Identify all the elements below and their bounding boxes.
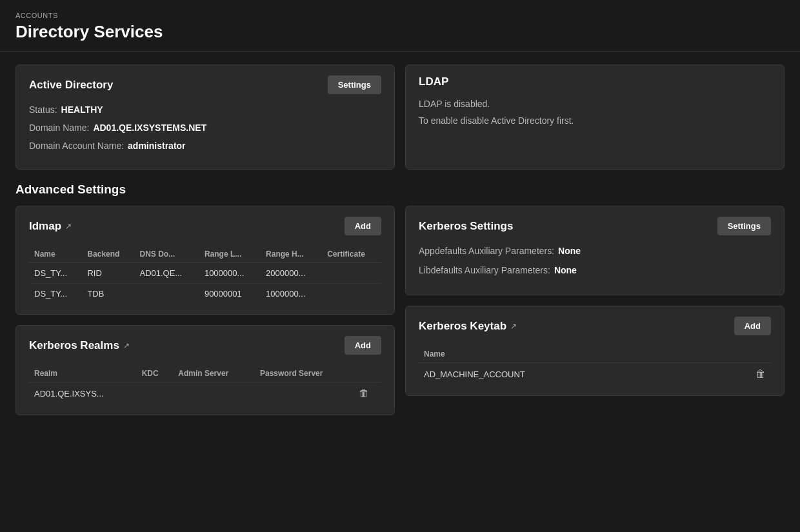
active-directory-title: Active Directory (29, 79, 113, 92)
delete-keytab-icon[interactable]: 🗑 (755, 368, 766, 379)
idmap-card: Idmap ↗ Add Name Backend DNS Do... Range… (15, 206, 395, 315)
bottom-grid: Idmap ↗ Add Name Backend DNS Do... Range… (15, 206, 785, 415)
kerberos-realms-external-link-icon[interactable]: ↗ (123, 341, 130, 350)
idmap-table-header-row: Name Backend DNS Do... Range L... Range … (29, 246, 381, 263)
idmap-col-cert: Certificate (322, 246, 381, 263)
idmap-title-group: Idmap ↗ (29, 220, 72, 233)
status-row: Status: HEALTHY (29, 104, 381, 115)
col-kdc: KDC (137, 365, 174, 382)
kerberos-realms-header: Kerberos Realms ↗ Add (29, 336, 381, 355)
kerberos-settings-header: Kerberos Settings Settings (419, 217, 771, 235)
main-content: Active Directory Settings Status: HEALTH… (0, 52, 800, 428)
appdefaults-label: Appdefaults Auxiliary Parameters: (419, 246, 554, 256)
table-row: AD01.QE.IXSYS... 🗑 (29, 382, 381, 405)
idmap-header: Idmap ↗ Add (29, 217, 381, 235)
ldap-title: LDAP (419, 75, 448, 88)
col-realm: Realm (29, 365, 137, 382)
libdefaults-label: Libdefaults Auxiliary Parameters: (419, 265, 550, 275)
idmap-range-high-cell: 1000000... (261, 284, 322, 304)
kerberos-settings-card: Kerberos Settings Settings Appdefaults A… (405, 206, 785, 295)
kerberos-keytab-external-link-icon[interactable]: ↗ (510, 322, 517, 331)
idmap-dns-cell: AD01.QE... (134, 263, 199, 284)
kerberos-keytab-header-row: Name (419, 346, 771, 363)
status-label: Status: (29, 104, 57, 115)
kerberos-keytab-title-group: Kerberos Keytab ↗ (419, 320, 517, 333)
advanced-settings-title: Advanced Settings (15, 182, 785, 197)
breadcrumb: ACCOUNTS (15, 12, 785, 19)
keytab-delete-cell: 🗑 (716, 363, 771, 386)
domain-account-label: Domain Account Name: (29, 141, 124, 151)
ldap-header: LDAP (419, 75, 771, 88)
idmap-range-low-cell: 90000001 (199, 284, 261, 304)
ldap-disabled-text: LDAP is disabled. (419, 99, 771, 109)
ldap-hint-text: To enable disable Active Directory first… (419, 115, 771, 126)
kerberos-settings-button[interactable]: Settings (717, 217, 771, 235)
top-row: Active Directory Settings Status: HEALTH… (15, 64, 785, 170)
delete-realm-icon[interactable]: 🗑 (359, 388, 369, 399)
keytab-name-cell: AD_MACHINE_ACCOUNT (419, 363, 716, 386)
password-server-cell (255, 382, 354, 405)
domain-name-row: Domain Name: AD01.QE.IXSYSTEMS.NET (29, 123, 381, 133)
idmap-col-name: Name (29, 246, 82, 263)
kerberos-keytab-add-button[interactable]: Add (734, 317, 771, 335)
delete-cell: 🗑 (354, 382, 381, 405)
table-row: DS_TY... TDB 90000001 1000000... (29, 284, 381, 304)
kerberos-realms-add-button[interactable]: Add (345, 336, 381, 355)
ldap-card: LDAP LDAP is disabled. To enable disable… (405, 64, 785, 170)
idmap-add-button[interactable]: Add (345, 217, 381, 235)
table-row: AD_MACHINE_ACCOUNT 🗑 (419, 363, 771, 386)
kerberos-realms-title-group: Kerberos Realms ↗ (29, 339, 130, 352)
col-actions (354, 365, 381, 382)
idmap-backend-cell: RID (82, 263, 134, 284)
admin-server-cell (173, 382, 255, 405)
idmap-col-range-low: Range L... (199, 246, 261, 263)
kdc-cell (137, 382, 174, 405)
idmap-range-high-cell: 2000000... (261, 263, 322, 284)
idmap-dns-cell (134, 284, 199, 304)
kerberos-settings-title: Kerberos Settings (419, 220, 513, 233)
domain-name-label: Domain Name: (29, 123, 89, 133)
col-keytab-name: Name (419, 346, 716, 363)
domain-name-value: AD01.QE.IXSYSTEMS.NET (93, 123, 206, 133)
idmap-col-range-high: Range H... (261, 246, 322, 263)
idmap-backend-cell: TDB (82, 284, 134, 304)
idmap-range-low-cell: 1000000... (199, 263, 261, 284)
libdefaults-row: Libdefaults Auxiliary Parameters: None (419, 265, 771, 275)
col-password-server: Password Server (255, 365, 354, 382)
kerberos-realms-title: Kerberos Realms (29, 339, 119, 352)
idmap-name-cell: DS_TY... (29, 263, 82, 284)
page-title: Directory Services (15, 22, 785, 42)
kerberos-realms-table: Realm KDC Admin Server Password Server A… (29, 365, 381, 404)
kerberos-keytab-table: Name AD_MACHINE_ACCOUNT 🗑 (419, 346, 771, 385)
kerberos-realms-header-row: Realm KDC Admin Server Password Server (29, 365, 381, 382)
libdefaults-value: None (554, 265, 577, 275)
idmap-table: Name Backend DNS Do... Range L... Range … (29, 246, 381, 304)
kerberos-keytab-title: Kerberos Keytab (419, 320, 506, 333)
idmap-name-cell: DS_TY... (29, 284, 82, 304)
active-directory-settings-button[interactable]: Settings (328, 75, 381, 94)
kerberos-keytab-card: Kerberos Keytab ↗ Add Name AD_MACH (405, 306, 785, 396)
idmap-title: Idmap (29, 220, 61, 233)
table-row: DS_TY... RID AD01.QE... 1000000... 20000… (29, 263, 381, 284)
domain-account-row: Domain Account Name: administrator (29, 141, 381, 151)
kerberos-keytab-header: Kerberos Keytab ↗ Add (419, 317, 771, 335)
status-value: HEALTHY (61, 104, 103, 115)
col-admin-server: Admin Server (173, 365, 255, 382)
idmap-col-dns: DNS Do... (134, 246, 199, 263)
kerberos-realms-card: Kerberos Realms ↗ Add Realm KDC Admin Se… (15, 325, 395, 415)
col-keytab-actions (716, 346, 771, 363)
idmap-cert-cell (322, 284, 381, 304)
appdefaults-row: Appdefaults Auxiliary Parameters: None (419, 246, 771, 256)
idmap-external-link-icon[interactable]: ↗ (65, 222, 72, 231)
active-directory-header: Active Directory Settings (29, 75, 381, 94)
page-header: ACCOUNTS Directory Services (0, 0, 800, 52)
domain-account-value: administrator (128, 141, 185, 151)
idmap-cert-cell (322, 263, 381, 284)
active-directory-card: Active Directory Settings Status: HEALTH… (15, 64, 395, 170)
realm-cell: AD01.QE.IXSYS... (29, 382, 137, 405)
idmap-col-backend: Backend (82, 246, 134, 263)
appdefaults-value: None (558, 246, 581, 256)
